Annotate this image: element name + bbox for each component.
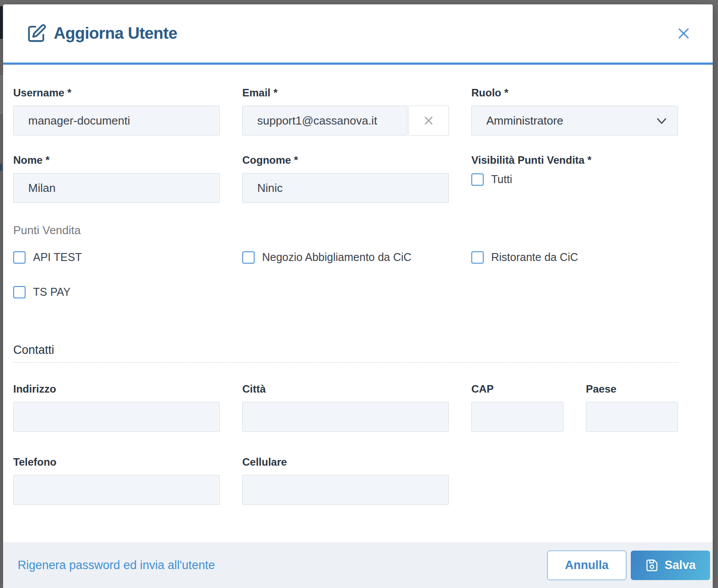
modal-body: Username * Email * Ruolo * Amministr [3, 65, 713, 505]
city-label: Città [242, 382, 449, 395]
sales-points-section-label: Punti Vendita [13, 224, 678, 237]
section-divider [13, 362, 678, 363]
chevron-down-icon [656, 117, 667, 125]
sales-point-checkbox-negozio[interactable]: Negozio Abbigliamento da CiC [242, 251, 449, 264]
sales-point-checkbox-api-test[interactable]: API TEST [13, 251, 220, 264]
regenerate-password-link[interactable]: Rigenera password ed invia all'utente [18, 559, 215, 572]
floppy-disk-icon [645, 559, 659, 572]
address-input[interactable] [13, 402, 220, 432]
country-field-group: Paese [586, 382, 678, 432]
zip-field-group: CAP [471, 382, 563, 432]
edit-pencil-icon [26, 23, 47, 44]
modal-header: Aggiorna Utente [3, 4, 713, 65]
address-label: Indirizzo [13, 382, 220, 395]
lastname-input[interactable] [242, 173, 449, 203]
sales-point-checkbox-ts-pay[interactable]: TS PAY [13, 286, 220, 298]
background-page-remnant [0, 164, 2, 171]
visibility-field-group: Visibilità Punti Vendita * Tutti [471, 154, 678, 203]
username-label: Username * [13, 86, 220, 99]
checkbox-unchecked-icon[interactable] [13, 251, 26, 264]
background-page-remnant [0, 76, 3, 114]
checkbox-unchecked-icon[interactable] [242, 251, 255, 264]
update-user-modal: Aggiorna Utente Username * Email * [3, 4, 713, 588]
modal-footer: Rigenera password ed invia all'utente An… [3, 542, 713, 588]
save-button[interactable]: Salva [631, 551, 710, 580]
sales-point-label: Ristorante da CiC [491, 251, 578, 264]
visibility-all-checkbox[interactable]: Tutti [471, 173, 678, 186]
sales-point-checkbox-ristorante[interactable]: Ristorante da CiC [471, 251, 678, 264]
sales-point-label: Negozio Abbigliamento da CiC [262, 251, 411, 264]
lastname-field-group: Cognome * [242, 154, 449, 203]
lastname-label: Cognome * [242, 154, 449, 166]
cancel-button[interactable]: Annulla [547, 551, 626, 580]
email-field-group: Email * [242, 86, 449, 136]
address-field-group: Indirizzo [13, 382, 220, 432]
role-label: Ruolo * [471, 86, 678, 99]
mobile-input[interactable] [242, 475, 449, 505]
role-field-group: Ruolo * Amministratore [471, 86, 678, 136]
sales-points-checkbox-grid: API TEST Negozio Abbigliamento da CiC Ri… [13, 251, 678, 298]
mobile-field-group: Cellulare [242, 456, 449, 505]
checkbox-unchecked-icon[interactable] [471, 251, 484, 264]
email-clear-icon[interactable] [408, 106, 449, 136]
firstname-input[interactable] [13, 173, 220, 203]
role-selected-value: Amministratore [486, 114, 563, 128]
email-input[interactable] [242, 106, 407, 136]
visibility-label: Visibilità Punti Vendita * [471, 154, 678, 166]
city-field-group: Città [242, 382, 449, 432]
save-button-label: Salva [665, 559, 696, 572]
role-select[interactable]: Amministratore [471, 106, 678, 136]
phone-label: Telefono [13, 456, 220, 468]
username-input[interactable] [13, 106, 220, 136]
checkbox-unchecked-icon[interactable] [13, 286, 26, 298]
country-input[interactable] [586, 402, 678, 432]
phone-field-group: Telefono [13, 456, 220, 505]
mobile-label: Cellulare [242, 456, 449, 468]
modal-title: Aggiorna Utente [54, 24, 177, 43]
email-label: Email * [242, 86, 449, 99]
zip-label: CAP [471, 382, 563, 395]
background-page-remnant [0, 6, 3, 39]
sales-point-label: TS PAY [33, 286, 70, 298]
firstname-label: Nome * [13, 154, 220, 166]
username-field-group: Username * [13, 86, 220, 136]
zip-input[interactable] [471, 402, 563, 432]
firstname-field-group: Nome * [13, 154, 220, 203]
contacts-section-label: Contatti [13, 343, 678, 357]
close-icon[interactable] [676, 26, 691, 41]
city-input[interactable] [242, 402, 449, 432]
phone-input[interactable] [13, 475, 220, 505]
checkbox-unchecked-icon[interactable] [471, 173, 484, 186]
sales-point-label: API TEST [33, 251, 82, 264]
visibility-all-checkbox-label: Tutti [491, 173, 512, 186]
country-label: Paese [586, 382, 678, 395]
